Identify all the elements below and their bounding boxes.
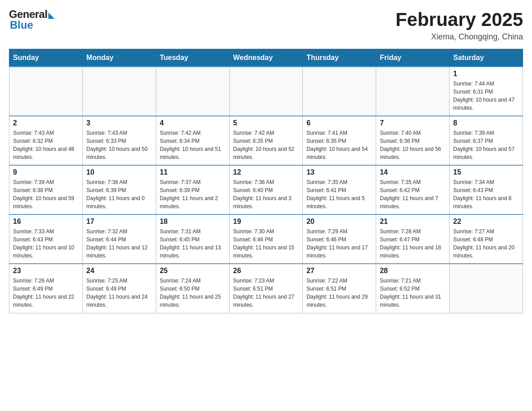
day-info: Sunrise: 7:34 AMSunset: 6:43 PMDaylight:… xyxy=(453,178,519,210)
calendar-cell: 21Sunrise: 7:28 AMSunset: 6:47 PMDayligh… xyxy=(376,214,450,264)
column-header-thursday: Thursday xyxy=(303,49,376,67)
day-info: Sunrise: 7:27 AMSunset: 6:48 PMDaylight:… xyxy=(453,227,519,260)
day-info: Sunrise: 7:32 AMSunset: 6:44 PMDaylight:… xyxy=(86,227,152,260)
day-info: Sunrise: 7:36 AMSunset: 6:40 PMDaylight:… xyxy=(233,178,299,210)
calendar-cell: 14Sunrise: 7:35 AMSunset: 6:42 PMDayligh… xyxy=(376,165,450,214)
calendar-cell: 2Sunrise: 7:43 AMSunset: 6:32 PMDaylight… xyxy=(9,116,83,165)
calendar-cell: 5Sunrise: 7:42 AMSunset: 6:35 PMDaylight… xyxy=(229,116,303,165)
calendar-cell: 13Sunrise: 7:35 AMSunset: 6:41 PMDayligh… xyxy=(303,165,376,214)
column-header-sunday: Sunday xyxy=(9,49,83,67)
calendar-cell: 17Sunrise: 7:32 AMSunset: 6:44 PMDayligh… xyxy=(82,214,156,264)
calendar-week-2: 2Sunrise: 7:43 AMSunset: 6:32 PMDaylight… xyxy=(9,116,523,165)
logo-arrow-icon xyxy=(48,13,55,19)
calendar-cell: 22Sunrise: 7:27 AMSunset: 6:48 PMDayligh… xyxy=(450,214,523,264)
day-number: 12 xyxy=(233,168,299,176)
day-info: Sunrise: 7:29 AMSunset: 6:46 PMDaylight:… xyxy=(306,227,372,260)
day-number: 23 xyxy=(13,267,79,275)
calendar-cell xyxy=(303,67,376,116)
day-number: 27 xyxy=(306,267,372,275)
calendar-cell xyxy=(82,67,156,116)
day-info: Sunrise: 7:22 AMSunset: 6:51 PMDaylight:… xyxy=(306,277,372,309)
month-title: February 2025 xyxy=(395,9,523,30)
day-number: 16 xyxy=(13,218,79,226)
calendar-cell: 19Sunrise: 7:30 AMSunset: 6:46 PMDayligh… xyxy=(229,214,303,264)
day-info: Sunrise: 7:40 AMSunset: 6:36 PMDaylight:… xyxy=(380,129,446,161)
calendar-cell: 24Sunrise: 7:25 AMSunset: 6:49 PMDayligh… xyxy=(82,264,156,313)
day-info: Sunrise: 7:41 AMSunset: 6:35 PMDaylight:… xyxy=(306,129,372,161)
day-number: 10 xyxy=(86,168,152,176)
column-header-monday: Monday xyxy=(82,49,156,67)
day-number: 18 xyxy=(160,218,226,226)
day-number: 7 xyxy=(380,119,446,127)
calendar-cell: 1Sunrise: 7:44 AMSunset: 6:31 PMDaylight… xyxy=(450,67,523,116)
day-info: Sunrise: 7:39 AMSunset: 6:38 PMDaylight:… xyxy=(13,178,79,210)
day-number: 19 xyxy=(233,218,299,226)
day-number: 22 xyxy=(453,218,519,226)
logo-blue-text: Blue xyxy=(10,20,55,30)
column-header-tuesday: Tuesday xyxy=(156,49,229,67)
day-info: Sunrise: 7:28 AMSunset: 6:47 PMDaylight:… xyxy=(380,227,446,260)
column-header-wednesday: Wednesday xyxy=(229,49,303,67)
day-info: Sunrise: 7:33 AMSunset: 6:43 PMDaylight:… xyxy=(13,227,79,260)
column-header-friday: Friday xyxy=(376,49,450,67)
day-number: 8 xyxy=(453,119,519,127)
calendar-week-5: 23Sunrise: 7:26 AMSunset: 6:49 PMDayligh… xyxy=(9,264,523,313)
location-text: Xiema, Chongqing, China xyxy=(395,32,523,42)
calendar-cell: 11Sunrise: 7:37 AMSunset: 6:39 PMDayligh… xyxy=(156,165,229,214)
calendar-cell xyxy=(376,67,450,116)
title-section: February 2025 Xiema, Chongqing, China xyxy=(395,9,523,42)
day-info: Sunrise: 7:24 AMSunset: 6:50 PMDaylight:… xyxy=(160,277,226,309)
day-number: 25 xyxy=(160,267,226,275)
day-number: 20 xyxy=(306,218,372,226)
calendar-table: SundayMondayTuesdayWednesdayThursdayFrid… xyxy=(9,49,523,313)
calendar-cell: 18Sunrise: 7:31 AMSunset: 6:45 PMDayligh… xyxy=(156,214,229,264)
day-number: 9 xyxy=(13,168,79,176)
day-info: Sunrise: 7:44 AMSunset: 6:31 PMDaylight:… xyxy=(453,80,519,112)
calendar-cell: 23Sunrise: 7:26 AMSunset: 6:49 PMDayligh… xyxy=(9,264,83,313)
day-number: 14 xyxy=(380,168,446,176)
calendar-week-3: 9Sunrise: 7:39 AMSunset: 6:38 PMDaylight… xyxy=(9,165,523,214)
day-number: 1 xyxy=(453,70,519,78)
day-info: Sunrise: 7:21 AMSunset: 6:52 PMDaylight:… xyxy=(380,277,446,309)
day-info: Sunrise: 7:26 AMSunset: 6:49 PMDaylight:… xyxy=(13,277,79,309)
day-number: 28 xyxy=(380,267,446,275)
day-number: 13 xyxy=(306,168,372,176)
day-info: Sunrise: 7:37 AMSunset: 6:39 PMDaylight:… xyxy=(160,178,226,210)
calendar-cell xyxy=(156,67,229,116)
calendar-header-row: SundayMondayTuesdayWednesdayThursdayFrid… xyxy=(9,49,523,67)
calendar-cell: 16Sunrise: 7:33 AMSunset: 6:43 PMDayligh… xyxy=(9,214,83,264)
day-number: 21 xyxy=(380,218,446,226)
calendar-week-4: 16Sunrise: 7:33 AMSunset: 6:43 PMDayligh… xyxy=(9,214,523,264)
day-info: Sunrise: 7:43 AMSunset: 6:32 PMDaylight:… xyxy=(13,129,79,161)
calendar-cell: 25Sunrise: 7:24 AMSunset: 6:50 PMDayligh… xyxy=(156,264,229,313)
logo-general-text: General xyxy=(9,9,47,20)
day-number: 26 xyxy=(233,267,299,275)
calendar-cell: 4Sunrise: 7:42 AMSunset: 6:34 PMDaylight… xyxy=(156,116,229,165)
day-number: 17 xyxy=(86,218,152,226)
day-info: Sunrise: 7:39 AMSunset: 6:37 PMDaylight:… xyxy=(453,129,519,161)
calendar-cell: 8Sunrise: 7:39 AMSunset: 6:37 PMDaylight… xyxy=(450,116,523,165)
day-number: 24 xyxy=(86,267,152,275)
calendar-cell xyxy=(450,264,523,313)
day-info: Sunrise: 7:35 AMSunset: 6:42 PMDaylight:… xyxy=(380,178,446,210)
calendar-cell: 26Sunrise: 7:23 AMSunset: 6:51 PMDayligh… xyxy=(229,264,303,313)
calendar-cell: 15Sunrise: 7:34 AMSunset: 6:43 PMDayligh… xyxy=(450,165,523,214)
column-header-saturday: Saturday xyxy=(450,49,523,67)
day-info: Sunrise: 7:42 AMSunset: 6:35 PMDaylight:… xyxy=(233,129,299,161)
day-number: 4 xyxy=(160,119,226,127)
calendar-cell xyxy=(9,67,83,116)
calendar-cell: 9Sunrise: 7:39 AMSunset: 6:38 PMDaylight… xyxy=(9,165,83,214)
calendar-week-1: 1Sunrise: 7:44 AMSunset: 6:31 PMDaylight… xyxy=(9,67,523,116)
day-number: 11 xyxy=(160,168,226,176)
calendar-cell xyxy=(229,67,303,116)
day-info: Sunrise: 7:38 AMSunset: 6:39 PMDaylight:… xyxy=(86,178,152,210)
day-number: 3 xyxy=(86,119,152,127)
calendar-cell: 28Sunrise: 7:21 AMSunset: 6:52 PMDayligh… xyxy=(376,264,450,313)
calendar-cell: 12Sunrise: 7:36 AMSunset: 6:40 PMDayligh… xyxy=(229,165,303,214)
day-info: Sunrise: 7:30 AMSunset: 6:46 PMDaylight:… xyxy=(233,227,299,260)
day-number: 15 xyxy=(453,168,519,176)
calendar-cell: 6Sunrise: 7:41 AMSunset: 6:35 PMDaylight… xyxy=(303,116,376,165)
calendar-cell: 27Sunrise: 7:22 AMSunset: 6:51 PMDayligh… xyxy=(303,264,376,313)
page-header: General Blue February 2025 Xiema, Chongq… xyxy=(9,9,523,42)
day-info: Sunrise: 7:23 AMSunset: 6:51 PMDaylight:… xyxy=(233,277,299,309)
